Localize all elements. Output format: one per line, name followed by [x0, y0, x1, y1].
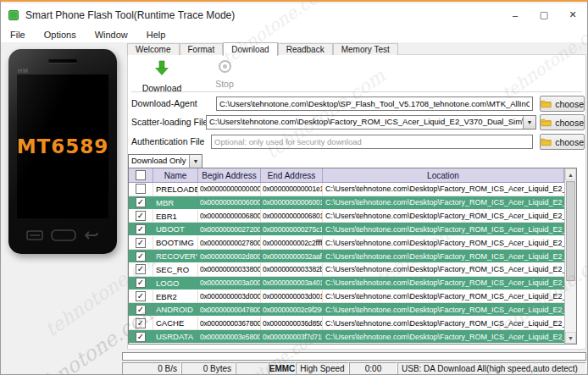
- file-location: C:\Users\tehnotone.com\Desktop\Factory_R…: [323, 263, 564, 276]
- toolbar-separator: [131, 91, 582, 92]
- status-bar: 0 B/s 0 Bytes EMMC High Speed 0:00 USB: …: [122, 362, 586, 375]
- row-checkbox[interactable]: ✓: [136, 238, 146, 248]
- tab-format[interactable]: Format: [180, 43, 224, 55]
- begin-address: 0x0000000000000000: [198, 183, 261, 196]
- end-address: 0x000000003f7d71bf: [261, 330, 323, 343]
- tab-welcome[interactable]: Welcome: [127, 43, 180, 55]
- scatter-file-combobox[interactable]: C:\Users\tehnotone.com\Desktop\Factory_R…: [206, 115, 536, 130]
- row-checkbox[interactable]: ✓: [136, 332, 146, 342]
- partition-name: MBR: [153, 196, 198, 209]
- row-checkbox[interactable]: ✓: [136, 278, 146, 288]
- phone-brand-label: HM: [18, 68, 29, 74]
- table-row[interactable]: PRELOADER 0x0000000000000000 0x000000000…: [129, 183, 564, 196]
- row-checkbox[interactable]: ✓: [136, 318, 146, 328]
- menu-options[interactable]: Options: [35, 30, 86, 40]
- minimize-button[interactable]: –: [501, 3, 530, 26]
- menu-window[interactable]: Window: [86, 30, 137, 40]
- table-row[interactable]: ✓ BOOTIMG 0x0000000002780000 0x000000000…: [129, 236, 564, 250]
- scroll-up-icon[interactable]: ▲: [565, 168, 576, 180]
- progress-bar: [122, 352, 586, 361]
- stop-button[interactable]: Stop: [199, 60, 250, 89]
- table-row[interactable]: ✓ EBR2 0x0000000003d00000 0x0000000003d0…: [129, 290, 564, 304]
- begin-address: 0x000000003e580000: [198, 330, 261, 343]
- auth-file-choose-button[interactable]: choose: [540, 134, 585, 150]
- file-location: C:\Users\tehnotone.com\Desktop\Factory_R…: [323, 317, 564, 329]
- tab-readback[interactable]: Readback: [278, 43, 333, 55]
- table-row[interactable]: ✓ UBOOT 0x0000000002720000 0x00000000027…: [129, 223, 564, 236]
- main-area: HM MT6589 Welcome Format Download Readba…: [1, 42, 587, 374]
- row-checkbox[interactable]: ✓: [136, 264, 146, 274]
- download-mode-combobox[interactable]: Download Only ▼: [128, 154, 202, 168]
- app-window: Smart Phone Flash Tool(Runtime Trace Mod…: [0, 0, 588, 375]
- end-address: 0x000000002c9f299b: [261, 303, 323, 316]
- file-location: C:\Users\tehnotone.com\Desktop\Factory_R…: [323, 303, 564, 316]
- begin-address: 0x0000000002720000: [198, 223, 261, 235]
- file-location: C:\Users\tehnotone.com\Desktop\Factory_R…: [323, 330, 564, 343]
- table-header: Name Begin Address End Address Location: [129, 168, 576, 183]
- chipset-label: MT6589: [17, 135, 109, 157]
- row-checkbox[interactable]: [136, 184, 146, 194]
- table-scrollbar[interactable]: ▲ ▼: [564, 168, 576, 344]
- table-row[interactable]: ✓ USRDATA 0x000000003e580000 0x000000003…: [129, 330, 564, 344]
- begin-address: 0x0000000002780000: [198, 236, 261, 249]
- status-empty: [236, 362, 269, 375]
- scrollbar-thumb[interactable]: [566, 181, 575, 281]
- row-checkbox[interactable]: ✓: [136, 211, 146, 221]
- scatter-file-choose-button[interactable]: choose: [540, 114, 585, 130]
- row-checkbox[interactable]: ✓: [136, 291, 146, 301]
- partition-name: CACHE: [153, 317, 198, 329]
- end-address: 0x0000000003382bff: [261, 263, 323, 276]
- header-location: Location: [323, 168, 564, 182]
- maximize-button[interactable]: ▢: [530, 3, 558, 26]
- partition-name: EBR1: [153, 210, 198, 223]
- end-address: 0x0000000003d001ff: [261, 290, 323, 303]
- download-agent-choose-button[interactable]: choose: [540, 96, 585, 112]
- mode-dropdown-arrow-icon[interactable]: ▼: [189, 155, 202, 168]
- menu-file[interactable]: File: [1, 30, 35, 40]
- begin-address: 0x0000000000680000: [198, 210, 261, 223]
- status-bytes: 0 Bytes: [181, 362, 236, 375]
- tab-memory-test[interactable]: Memory Test: [333, 43, 398, 55]
- stop-button-label: Stop: [199, 79, 250, 89]
- tab-download[interactable]: Download: [223, 42, 277, 56]
- partition-name: BOOTIMG: [153, 236, 198, 249]
- scatter-dropdown-arrow-icon[interactable]: ▼: [523, 116, 535, 129]
- scatter-file-label: Scatter-loading File: [131, 117, 208, 127]
- partition-name: UBOOT: [153, 223, 198, 235]
- file-location: C:\Users\tehnotone.com\Desktop\Factory_R…: [323, 236, 564, 249]
- begin-address: 0x0000000000600000: [198, 196, 261, 209]
- status-time: 0:00: [349, 362, 397, 375]
- end-address: 0x000000000001e1cb: [261, 183, 323, 196]
- download-mode-value: Download Only: [129, 155, 189, 168]
- table-row[interactable]: ✓ EBR1 0x0000000000680000 0x000000000068…: [129, 210, 564, 223]
- begin-address: 0x0000000036780000: [198, 317, 261, 329]
- table-row[interactable]: ✓ CACHE 0x0000000036780000 0x0000000036d…: [129, 317, 564, 330]
- auth-file-input[interactable]: [211, 135, 533, 149]
- table-row[interactable]: ✓ RECOVERY 0x0000000002d80000 0x00000000…: [129, 250, 564, 263]
- status-usb-speed: High Speed: [296, 362, 349, 375]
- file-location: C:\Users\tehnotone.com\Desktop\Factory_R…: [323, 196, 564, 209]
- header-end-address: End Address: [261, 168, 323, 182]
- table-row[interactable]: ✓ SEC_RO 0x0000000003380000 0x0000000003…: [129, 263, 564, 277]
- row-checkbox[interactable]: ✓: [136, 305, 146, 315]
- download-button[interactable]: Download: [135, 60, 189, 93]
- end-address: 0x0000000002c2ffff: [261, 236, 323, 249]
- download-agent-input[interactable]: [216, 97, 533, 111]
- table-row[interactable]: ✓ LOGO 0x0000000003a00000 0x0000000003a4…: [129, 277, 564, 290]
- table-row[interactable]: ✓ MBR 0x0000000000600000 0x0000000000600…: [129, 196, 564, 210]
- select-all-checkbox[interactable]: [136, 170, 146, 180]
- phone-home-icon: [51, 229, 76, 241]
- row-checkbox[interactable]: ✓: [136, 224, 146, 234]
- end-address: 0x00000000006001ff: [261, 196, 323, 209]
- file-location: C:\Users\tehnotone.com\Desktop\Factory_R…: [323, 277, 564, 290]
- row-checkbox[interactable]: ✓: [136, 251, 146, 262]
- partition-name: EBR2: [153, 290, 198, 303]
- scatter-file-value: C:\Users\tehnotone.com\Desktop\Factory_R…: [207, 116, 523, 129]
- scroll-down-icon[interactable]: ▼: [565, 332, 576, 344]
- row-checkbox[interactable]: ✓: [136, 197, 146, 207]
- close-button[interactable]: ✕: [558, 3, 587, 26]
- begin-address: 0x0000000004780000: [198, 303, 261, 316]
- menu-help[interactable]: Help: [137, 30, 175, 40]
- folder-icon: [541, 99, 552, 108]
- table-row[interactable]: ✓ ANDROID 0x0000000004780000 0x000000002…: [129, 303, 564, 317]
